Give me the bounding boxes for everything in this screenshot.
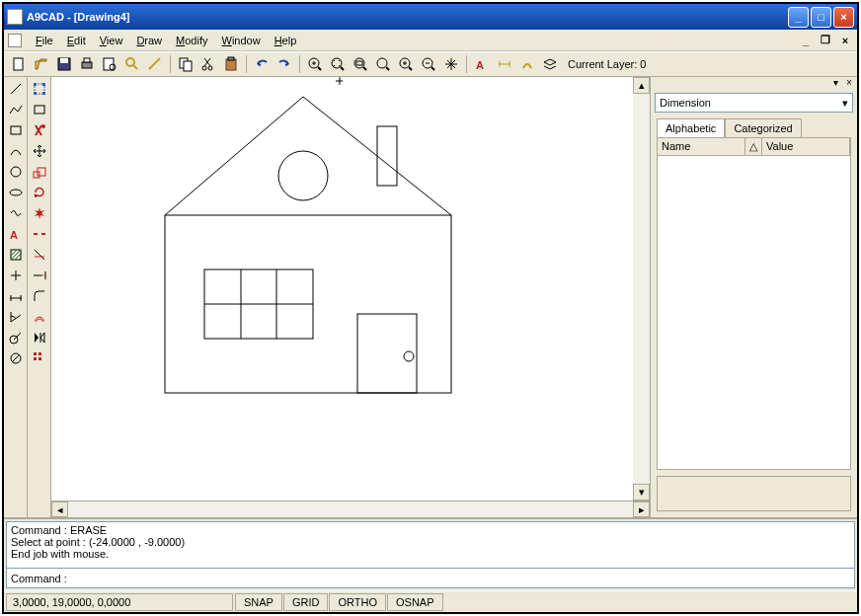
fillet-tool[interactable] — [30, 286, 49, 306]
redo-button[interactable] — [274, 53, 295, 75]
ellipse-tool[interactable] — [6, 183, 26, 202]
panel-pin-icon[interactable]: ▾ — [829, 77, 841, 89]
window-title: A9CAD - [Drawing4] — [27, 11, 788, 23]
polyline-tool[interactable] — [6, 100, 26, 119]
ortho-toggle[interactable]: ORTHO — [329, 593, 386, 611]
menu-edit[interactable]: Edit — [61, 33, 92, 48]
save-button[interactable] — [53, 53, 75, 75]
svg-line-23 — [341, 67, 344, 70]
mirror-tool[interactable] — [30, 328, 49, 347]
svg-rect-86 — [377, 126, 397, 186]
extend-tool[interactable] — [30, 266, 49, 285]
arc-tool[interactable] — [6, 141, 26, 161]
dimension-radius-tool[interactable] — [6, 328, 26, 347]
scale-tool[interactable] — [30, 162, 49, 182]
rectangle-tool[interactable] — [6, 120, 26, 140]
menu-modify[interactable]: Modify — [170, 33, 213, 48]
zoom-realtime-button[interactable] — [372, 53, 394, 75]
svg-line-9 — [149, 58, 160, 69]
minimize-button[interactable]: _ — [788, 7, 809, 28]
dimension-style-button[interactable] — [494, 53, 515, 75]
move-tool[interactable] — [30, 141, 49, 161]
open-button[interactable] — [31, 53, 52, 75]
command-input[interactable] — [67, 573, 850, 584]
object-type-dropdown[interactable]: Dimension ▾ — [655, 93, 853, 113]
dimension-diameter-tool[interactable] — [6, 348, 26, 368]
scroll-right-button[interactable]: ▸ — [633, 501, 650, 517]
line-tool[interactable] — [6, 79, 26, 99]
zoom-previous-button[interactable] — [395, 53, 417, 75]
svg-point-7 — [126, 58, 134, 66]
paste-button[interactable] — [220, 53, 242, 75]
svg-rect-16 — [226, 59, 236, 70]
zoom-out-button[interactable] — [418, 53, 439, 75]
osnap-toggle[interactable]: OSNAP — [387, 593, 443, 611]
select-tool[interactable] — [30, 79, 49, 99]
panel-close-icon[interactable]: × — [843, 77, 855, 89]
close-button[interactable]: × — [833, 7, 854, 28]
cut-button[interactable] — [197, 53, 219, 75]
grid-toggle[interactable]: GRID — [283, 593, 329, 611]
undo-button[interactable] — [251, 53, 273, 75]
drawing-area[interactable]: ▴ ▾ ◂ ▸ — [51, 77, 650, 517]
mdi-close-button[interactable]: × — [837, 34, 853, 47]
mdi-minimize-button[interactable]: _ — [798, 34, 814, 47]
text-tool[interactable]: A — [6, 224, 26, 244]
status-bar: 3,0000, 19,0000, 0,0000 SNAP GRID ORTHO … — [4, 590, 857, 612]
explode-tool[interactable] — [30, 203, 49, 223]
dimension-linear-tool[interactable] — [6, 286, 26, 306]
mdi-restore-button[interactable]: ❐ — [818, 34, 833, 47]
layers-button[interactable] — [539, 53, 561, 75]
menu-view[interactable]: View — [94, 33, 129, 48]
new-button[interactable] — [8, 53, 30, 75]
svg-line-59 — [12, 354, 20, 362]
tab-categorized[interactable]: Categorized — [725, 118, 801, 137]
vertical-scrollbar[interactable]: ▴ ▾ — [633, 77, 650, 500]
array-tool[interactable] — [30, 348, 49, 368]
text-style-button[interactable]: A — [471, 53, 493, 75]
draw-toolbar: A — [4, 77, 28, 517]
find-button[interactable] — [121, 53, 143, 75]
scroll-down-button[interactable]: ▾ — [633, 484, 650, 500]
sort-icon[interactable]: △ — [745, 138, 762, 155]
point-tool[interactable] — [6, 266, 26, 285]
dimension-angular-tool[interactable] — [6, 307, 26, 327]
command-history: Command : ERASE Select at point : (-24.0… — [6, 521, 855, 569]
menu-file[interactable]: File — [30, 33, 59, 48]
zoom-extents-button[interactable] — [327, 53, 349, 75]
tab-alphabetic[interactable]: Alphabetic — [657, 118, 725, 137]
zoom-in-button[interactable] — [304, 53, 326, 75]
svg-line-73 — [35, 250, 44, 260]
trim-tool[interactable] — [30, 245, 49, 265]
properties-panel: ▾ × Dimension ▾ Alphabetic Categorized N… — [650, 77, 857, 517]
circle-tool[interactable] — [6, 162, 26, 182]
measure-button[interactable] — [144, 53, 166, 75]
svg-rect-65 — [35, 106, 44, 114]
break-tool[interactable] — [30, 224, 49, 244]
maximize-button[interactable]: □ — [811, 7, 831, 28]
offset-tool[interactable] — [30, 307, 49, 327]
hatch-tool[interactable] — [6, 245, 26, 265]
property-description — [657, 476, 851, 511]
menu-help[interactable]: Help — [269, 33, 303, 48]
scroll-left-button[interactable]: ◂ — [51, 501, 68, 517]
svg-rect-41 — [11, 126, 21, 134]
command-area: Command : ERASE Select at point : (-24.0… — [4, 517, 857, 590]
rotate-tool[interactable] — [30, 183, 49, 202]
menu-draw[interactable]: Draw — [130, 33, 168, 48]
pan-button[interactable] — [440, 53, 462, 75]
snap-toggle[interactable]: SNAP — [235, 593, 282, 611]
properties-grid[interactable]: Name △ Value — [657, 137, 851, 470]
print-preview-button[interactable] — [99, 53, 120, 75]
app-icon — [7, 9, 23, 25]
copy-button[interactable] — [175, 53, 196, 75]
horizontal-scrollbar[interactable]: ◂ ▸ — [51, 500, 650, 517]
print-button[interactable] — [76, 53, 98, 75]
delete-tool[interactable] — [30, 120, 49, 140]
erase-tool[interactable] — [30, 100, 49, 119]
zoom-window-button[interactable] — [350, 53, 371, 75]
scroll-up-button[interactable]: ▴ — [633, 77, 650, 94]
menu-window[interactable]: Window — [215, 33, 266, 48]
units-button[interactable] — [516, 53, 538, 75]
spline-tool[interactable] — [6, 203, 26, 223]
